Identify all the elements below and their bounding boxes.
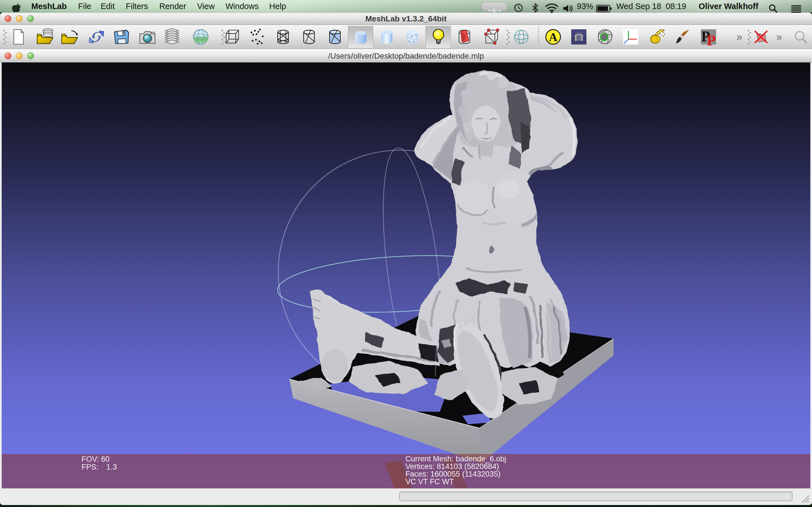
svg-text:Vertices: 814103 (5820684): Vertices: 814103 (5820684)	[405, 462, 499, 471]
svg-text:»: »	[776, 31, 782, 43]
svg-text:P: P	[707, 33, 716, 48]
svg-text:VC VT FC WT: VC VT FC WT	[405, 477, 454, 486]
svg-text:Current Mesh: badende_6.obj: Current Mesh: badende_6.obj	[405, 455, 506, 463]
svg-text:A: A	[549, 31, 558, 44]
svg-text:»: »	[737, 31, 742, 43]
svg-text:Faces: 1600055 (11432035): Faces: 1600055 (11432035)	[405, 470, 500, 478]
svg-text:FPS:: FPS:	[82, 463, 98, 471]
svg-text:1.3: 1.3	[106, 463, 117, 471]
svg-text:FOV: 60: FOV: 60	[82, 455, 110, 463]
